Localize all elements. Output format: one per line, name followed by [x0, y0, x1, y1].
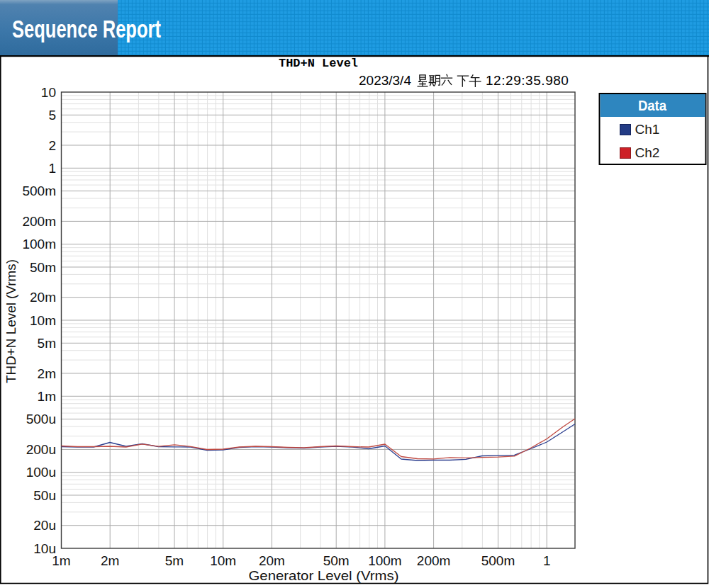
svg-text:500m: 500m — [22, 183, 56, 198]
svg-text:Data: Data — [638, 98, 667, 113]
svg-text:20m: 20m — [30, 290, 56, 305]
svg-text:100m: 100m — [22, 237, 56, 251]
svg-text:10m: 10m — [30, 313, 56, 328]
svg-text:1m: 1m — [38, 389, 56, 404]
svg-text:10m: 10m — [210, 553, 236, 568]
svg-text:5: 5 — [48, 108, 56, 123]
svg-text:200m: 200m — [22, 214, 56, 229]
svg-text:5m: 5m — [38, 336, 56, 351]
svg-text:100m: 100m — [368, 553, 402, 568]
svg-text:200u: 200u — [26, 442, 56, 457]
svg-text:50u: 50u — [33, 488, 56, 503]
svg-text:1: 1 — [48, 161, 56, 176]
svg-text:Sequence Report: Sequence Report — [12, 15, 161, 43]
svg-text:50m: 50m — [323, 553, 350, 568]
svg-text:10: 10 — [41, 85, 56, 100]
svg-text:THD+N Level: THD+N Level — [279, 57, 358, 70]
svg-text:12:29:35.980: 12:29:35.980 — [486, 73, 569, 88]
svg-text:20m: 20m — [259, 553, 285, 568]
svg-text:THD+N Level (Vrms): THD+N Level (Vrms) — [4, 259, 18, 383]
svg-text:Generator Level (Vrms): Generator Level (Vrms) — [249, 568, 399, 583]
svg-text:Ch1: Ch1 — [635, 122, 660, 137]
svg-text:2m: 2m — [101, 553, 119, 568]
svg-text:20u: 20u — [33, 518, 56, 533]
svg-text:200m: 200m — [417, 553, 451, 568]
svg-text:5m: 5m — [165, 553, 184, 568]
svg-text:2m: 2m — [38, 366, 56, 381]
svg-text:500u: 500u — [26, 412, 56, 426]
svg-text:Ch2: Ch2 — [635, 145, 660, 160]
svg-text:1m: 1m — [52, 553, 70, 568]
svg-text:2023/3/4: 2023/3/4 — [359, 73, 411, 88]
svg-text:100u: 100u — [26, 465, 56, 480]
svg-text:500m: 500m — [481, 553, 515, 568]
svg-text:50m: 50m — [30, 260, 56, 275]
svg-text:2: 2 — [48, 138, 56, 153]
svg-text:1: 1 — [543, 553, 551, 568]
